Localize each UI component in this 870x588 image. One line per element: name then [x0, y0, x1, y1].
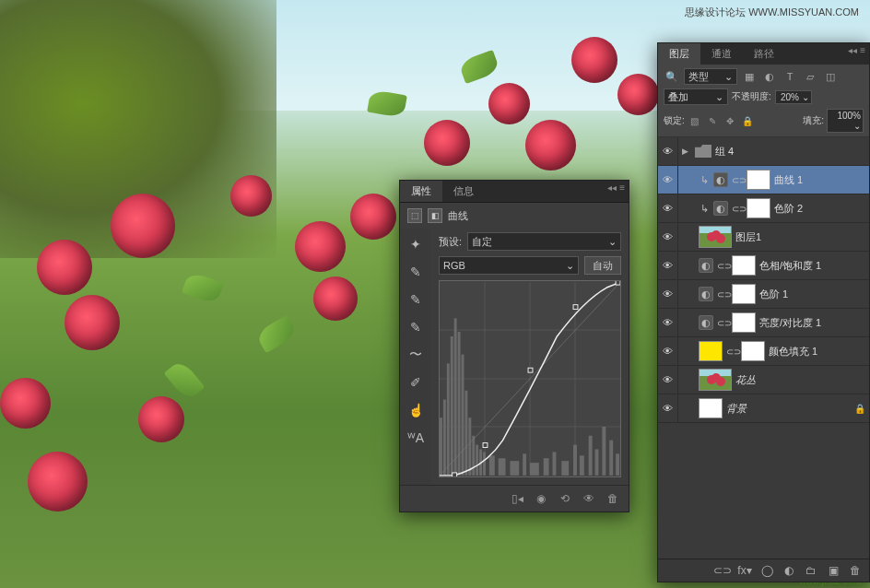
preset-label: 预设: [439, 235, 462, 249]
mask-thumbnail[interactable] [741, 341, 765, 361]
eyedropper-black-icon[interactable]: ✎ [407, 264, 424, 280]
reset-icon[interactable]: ⟲ [557, 491, 573, 506]
layer-row-background[interactable]: 👁 背景🔒 [658, 394, 869, 423]
auto-button[interactable]: 自动 [584, 256, 621, 275]
link-layers-icon[interactable]: ⊂⊃ [714, 563, 731, 578]
decorative-rose [571, 37, 617, 83]
filter-type-icon[interactable]: T [782, 68, 798, 85]
fill-input[interactable]: 100% ⌄ [827, 109, 864, 133]
mask-thumbnail[interactable] [732, 284, 756, 304]
visibility-toggle-icon[interactable]: 👁 [658, 366, 678, 394]
lock-position-icon[interactable]: ✥ [723, 114, 737, 127]
visibility-toggle-icon[interactable]: 👁 [658, 337, 678, 365]
filter-smart-icon[interactable]: ◫ [822, 68, 839, 85]
link-icon[interactable]: ⊂⊃ [717, 318, 728, 328]
layer-row-group[interactable]: 👁 ▶组 4 [658, 137, 869, 166]
visibility-icon[interactable]: 👁 [581, 491, 597, 506]
svg-rect-18 [483, 452, 486, 475]
eyedropper-white-icon[interactable]: ✎ [407, 319, 424, 335]
layer-row-image1[interactable]: 👁 图层1 [658, 223, 869, 252]
brightness-icon: ◐ [699, 315, 713, 330]
layer-thumbnail[interactable] [699, 369, 732, 391]
filter-adjustment-icon[interactable]: ◐ [761, 68, 778, 85]
tab-layers[interactable]: 图层 [658, 43, 700, 65]
tab-paths[interactable]: 路径 [743, 43, 785, 65]
svg-rect-20 [499, 458, 506, 476]
lock-image-icon[interactable]: ✎ [705, 114, 720, 127]
lock-all-icon[interactable]: 🔒 [740, 114, 755, 127]
curve-edit-icon[interactable]: 〜 [407, 347, 424, 363]
layer-thumbnail[interactable] [699, 398, 723, 418]
layer-row-flowers[interactable]: 👁 花丛 [658, 366, 869, 394]
text-options-icon[interactable]: ᵂA [407, 429, 424, 446]
mask-thumbnail[interactable] [747, 170, 770, 190]
fx-icon[interactable]: fx▾ [736, 563, 753, 578]
add-mask-icon[interactable]: ◯ [758, 563, 775, 578]
properties-header: ⬚ ◧ 曲线 [400, 203, 629, 229]
svg-rect-37 [528, 368, 533, 372]
blend-mode-dropdown[interactable]: 叠加⌄ [664, 88, 728, 105]
lock-label: 锁定: [664, 114, 685, 127]
decorative-rose [617, 74, 659, 115]
panel-menu-icon[interactable]: ◂◂ ≡ [848, 45, 865, 55]
new-group-icon[interactable]: 🗀 [803, 563, 819, 578]
visibility-toggle-icon[interactable]: 👁 [658, 223, 678, 251]
delete-icon[interactable]: 🗑 [605, 491, 621, 506]
visibility-toggle-icon[interactable]: 👁 [658, 394, 678, 422]
lock-transparent-icon[interactable]: ▧ [688, 114, 702, 127]
visibility-toggle-icon[interactable]: 👁 [658, 309, 678, 336]
tab-properties[interactable]: 属性 [400, 181, 442, 202]
link-icon[interactable]: ⊂⊃ [732, 204, 743, 214]
mask-icon[interactable]: ◧ [428, 208, 442, 223]
link-icon[interactable]: ⊂⊃ [726, 347, 737, 357]
panel-menu-icon[interactable]: ◂◂ ≡ [607, 182, 625, 193]
target-adjust-icon[interactable]: ✦ [407, 236, 424, 253]
layer-row-colorfill[interactable]: 👁 ⊂⊃颜色填充 1 [658, 337, 869, 366]
layer-thumbnail[interactable] [699, 226, 732, 248]
layer-row-brightness[interactable]: 👁 ◐⊂⊃亮度/对比度 1 [658, 309, 869, 337]
preset-dropdown[interactable]: 自定⌄ [467, 232, 621, 251]
visibility-toggle-icon[interactable]: 👁 [658, 194, 678, 222]
filter-pixel-icon[interactable]: ▦ [741, 68, 758, 85]
tab-info[interactable]: 信息 [442, 181, 485, 202]
visibility-toggle-icon[interactable]: 👁 [658, 137, 678, 165]
mask-thumbnail[interactable] [732, 312, 756, 333]
eyedropper-gray-icon[interactable]: ✎ [407, 291, 424, 308]
fill-thumbnail[interactable] [699, 341, 723, 361]
layer-row-hue[interactable]: 👁 ◐⊂⊃色相/饱和度 1 [658, 252, 869, 280]
layers-footer: ⊂⊃ fx▾ ◯ ◐ 🗀 ▣ 🗑 [658, 559, 869, 582]
link-icon[interactable]: ⊂⊃ [717, 261, 728, 271]
svg-rect-24 [544, 458, 549, 476]
filter-shape-icon[interactable]: ▱ [802, 68, 818, 85]
svg-rect-26 [561, 461, 569, 476]
search-icon[interactable]: 🔍 [664, 68, 680, 85]
layer-row-levels1[interactable]: 👁 ◐⊂⊃色阶 1 [658, 280, 869, 309]
pencil-icon[interactable]: ✐ [407, 374, 424, 391]
tab-channels[interactable]: 通道 [700, 43, 743, 65]
expand-icon[interactable]: ▶ [682, 147, 691, 156]
svg-rect-31 [602, 427, 605, 476]
previous-state-icon[interactable]: ◉ [533, 491, 549, 506]
add-adjustment-icon[interactable]: ◐ [781, 563, 797, 578]
mask-thumbnail[interactable] [747, 198, 770, 218]
decorative-rose [313, 276, 358, 321]
decorative-leaf [182, 271, 224, 305]
visibility-toggle-icon[interactable]: 👁 [658, 166, 678, 194]
channel-dropdown[interactable]: RGB⌄ [439, 256, 579, 275]
mask-thumbnail[interactable] [732, 255, 756, 276]
clip-icon: ↳ [699, 203, 710, 215]
delete-layer-icon[interactable]: 🗑 [847, 563, 864, 578]
visibility-toggle-icon[interactable]: 👁 [658, 280, 678, 308]
link-icon[interactable]: ⊂⊃ [717, 289, 728, 300]
visibility-toggle-icon[interactable]: 👁 [658, 252, 678, 279]
curves-graph[interactable] [439, 280, 621, 477]
layer-row-levels2[interactable]: 👁 ↳◐⊂⊃色阶 2 [658, 194, 869, 223]
smooth-icon[interactable]: ☝ [407, 402, 424, 418]
opacity-input[interactable]: 20% ⌄ [775, 90, 812, 104]
new-layer-icon[interactable]: ▣ [825, 563, 841, 578]
clip-toggle-icon[interactable]: ▯◂ [509, 491, 525, 506]
layer-row-curves[interactable]: 👁 ↳◐⊂⊃曲线 1 [658, 166, 869, 194]
filter-type-dropdown[interactable]: 类型⌄ [684, 68, 737, 85]
layers-tabs: 图层 通道 路径 ◂◂ ≡ [658, 43, 869, 65]
link-icon[interactable]: ⊂⊃ [732, 175, 743, 185]
